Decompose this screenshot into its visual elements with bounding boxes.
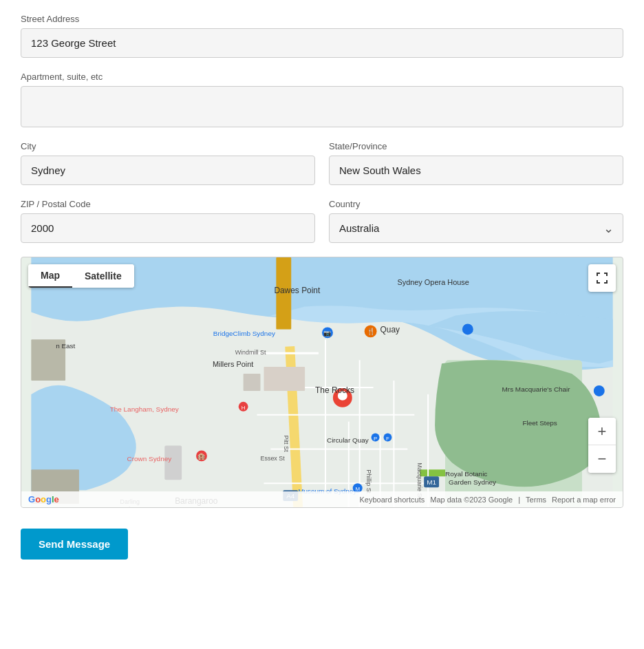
- map-zoom-in-button[interactable]: +: [588, 418, 616, 445]
- svg-text:Sydney Opera House: Sydney Opera House: [397, 278, 469, 286]
- send-button-container: Send Message: [21, 529, 623, 560]
- map-fullscreen-button[interactable]: [588, 264, 616, 292]
- send-message-button[interactable]: Send Message: [21, 529, 128, 560]
- map-data-text: Map data ©2023 Google: [430, 496, 513, 504]
- svg-text:Crown Sydney: Crown Sydney: [127, 455, 172, 462]
- svg-text:Quay: Quay: [380, 325, 400, 334]
- keyboard-shortcuts-link[interactable]: Keyboard shortcuts: [359, 496, 425, 504]
- apartment-input[interactable]: [21, 86, 623, 127]
- svg-text:Dawes Point: Dawes Point: [274, 286, 321, 295]
- svg-text:Mrs Macquarie's Chair: Mrs Macquarie's Chair: [502, 385, 571, 393]
- svg-text:🍴: 🍴: [367, 327, 376, 336]
- street-address-group: Street Address: [21, 14, 623, 58]
- svg-text:Essex St: Essex St: [260, 455, 285, 462]
- terms-link[interactable]: Terms: [526, 496, 546, 504]
- map-footer-right: Keyboard shortcuts Map data ©2023 Google…: [359, 496, 616, 504]
- zip-col: ZIP / Postal Code: [21, 199, 315, 243]
- svg-rect-18: [264, 367, 305, 391]
- state-input[interactable]: [329, 156, 623, 185]
- map-container: Dawes Point Sydney Opera House BridgeCli…: [21, 257, 623, 508]
- svg-text:P: P: [374, 436, 377, 442]
- report-error-link[interactable]: Report a map error: [552, 496, 616, 504]
- country-select[interactable]: Australia United States United Kingdom N…: [329, 213, 623, 243]
- map-zoom-controls: + −: [588, 418, 616, 473]
- fullscreen-icon: [596, 272, 608, 284]
- svg-text:Phillip St: Phillip St: [365, 469, 372, 493]
- city-label: City: [21, 141, 315, 151]
- svg-text:Royal Botanic: Royal Botanic: [445, 470, 487, 478]
- svg-text:Millers Point: Millers Point: [213, 360, 253, 368]
- svg-text:Fleet Steps: Fleet Steps: [522, 419, 557, 427]
- street-address-input[interactable]: [21, 28, 623, 58]
- city-col: City: [21, 141, 315, 185]
- svg-text:M1: M1: [427, 478, 436, 486]
- svg-text:Circular Quay: Circular Quay: [327, 436, 369, 444]
- svg-point-64: [462, 323, 473, 334]
- street-address-label: Street Address: [21, 14, 623, 24]
- state-col: State/Province: [329, 141, 623, 185]
- svg-text:n East: n East: [56, 342, 75, 350]
- country-col: Country Australia United States United K…: [329, 199, 623, 243]
- google-logo: Google: [28, 494, 59, 504]
- map-footer: Google Keyboard shortcuts Map data ©2023…: [21, 491, 623, 507]
- svg-text:🏨: 🏨: [197, 452, 206, 460]
- svg-rect-19: [244, 374, 261, 391]
- svg-text:Windmill St: Windmill St: [235, 349, 266, 356]
- svg-text:Garden Sydney: Garden Sydney: [449, 478, 496, 486]
- city-input[interactable]: [21, 156, 315, 185]
- country-label: Country: [329, 199, 623, 209]
- pipe-separator: |: [518, 496, 520, 504]
- city-state-row: City State/Province: [21, 141, 623, 185]
- map-type-map-button[interactable]: Map: [28, 264, 72, 288]
- apartment-group: Apartment, suite, etc: [21, 72, 623, 127]
- map-svg: Dawes Point Sydney Opera House BridgeCli…: [21, 257, 623, 507]
- map-zoom-out-button[interactable]: −: [588, 445, 616, 473]
- apartment-label: Apartment, suite, etc: [21, 72, 623, 82]
- svg-text:BridgeClimb Sydney: BridgeClimb Sydney: [213, 330, 275, 337]
- map-footer-left: Google: [28, 494, 59, 504]
- svg-text:H: H: [242, 405, 246, 411]
- country-select-wrapper: Australia United States United Kingdom N…: [329, 213, 623, 243]
- zip-input[interactable]: [21, 213, 315, 243]
- svg-text:Pitt St: Pitt St: [283, 436, 290, 452]
- zip-label: ZIP / Postal Code: [21, 199, 315, 209]
- map-type-toggle: Map Satellite: [28, 264, 134, 288]
- svg-text:The Langham, Sydney: The Langham, Sydney: [110, 405, 179, 413]
- svg-text:📷: 📷: [323, 329, 332, 337]
- state-label: State/Province: [329, 141, 623, 151]
- zip-country-row: ZIP / Postal Code Country Australia Unit…: [21, 199, 623, 243]
- svg-text:F: F: [386, 436, 389, 442]
- svg-point-65: [594, 385, 605, 396]
- svg-text:The Rocks: The Rocks: [315, 385, 354, 395]
- map-type-satellite-button[interactable]: Satellite: [72, 264, 134, 288]
